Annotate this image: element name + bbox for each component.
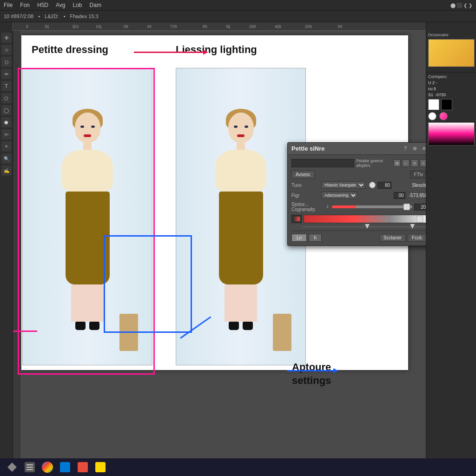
- dialog-body: Petake gverce afopbrs ⊞ − ≡ + Avsesc FTl…: [288, 155, 426, 245]
- dialog-icon-minus[interactable]: −: [402, 159, 410, 167]
- menu-dam[interactable]: Dam: [90, 2, 101, 8]
- dialog-footer-tab-btns: Ln h: [291, 234, 322, 242]
- figure-head-left: [75, 112, 100, 143]
- annotation-petite: Petitte dressing: [32, 44, 108, 56]
- taskbar-stack[interactable]: [75, 460, 90, 475]
- rect-tool[interactable]: ◻: [1, 57, 12, 67]
- tooloption-2: L&2D:: [45, 13, 59, 19]
- menu-file[interactable]: File: [4, 2, 13, 8]
- dialog-icon-plus[interactable]: +: [420, 159, 426, 167]
- swatch-black[interactable]: [441, 99, 452, 110]
- aptoure-annotation: Aptoure settings: [292, 361, 331, 387]
- dialog-help-btn[interactable]: ?: [402, 145, 409, 152]
- dialog-icon-bar[interactable]: ≡: [411, 159, 418, 167]
- color-circles: [428, 112, 474, 120]
- left-image-panel: [22, 68, 152, 365]
- taskbar-chrome[interactable]: [40, 460, 55, 475]
- dialog-row1: Tuvo Hlassic Seargate Slescbf: [291, 181, 426, 189]
- panel-s1-value: -0720: [435, 93, 446, 97]
- dialog-slider-input[interactable]: [414, 204, 426, 211]
- menu-lob[interactable]: Lob: [73, 2, 82, 8]
- canvas-area: Petitte dressing Liessing lighting: [13, 31, 426, 458]
- dialog-title: Pettle siNre: [291, 145, 325, 152]
- panel-top-label: Dcssscaior: [428, 33, 449, 37]
- toolbar-left: ✣ ⊹ ◻ ✏ T ⬡ ◯ ⬟ ✄ ⌖ 🔍 ✍: [0, 31, 13, 458]
- menu-avg[interactable]: Avg: [56, 2, 65, 8]
- dialog-controls: ? ⚙ ✕: [402, 145, 426, 152]
- stool-bg-left: [119, 314, 138, 351]
- dialog-slider-label: Spstur... Cogramalty: [291, 202, 324, 212]
- tooloption-3: •: [64, 13, 66, 19]
- tooloptions-bar: 10 #897/2:08 • L&2D: • Fhadex 15:3: [0, 10, 476, 22]
- selection-tool[interactable]: ✣: [1, 33, 12, 43]
- right-image-panel: [176, 68, 306, 365]
- figure-top-left: [62, 150, 113, 192]
- dialog-scctaner-btn[interactable]: Scctaner: [379, 234, 406, 242]
- polygon-tool[interactable]: ⬟: [1, 117, 12, 127]
- annotation-liessing: Liessing lighting: [176, 44, 257, 56]
- panel-thumbnail: [428, 39, 475, 67]
- taskbar-diamond[interactable]: [5, 460, 20, 475]
- dialog-row1-select[interactable]: Hlassic Seargate: [321, 181, 365, 189]
- circle-white[interactable]: [428, 112, 436, 120]
- woman-figure-right: [176, 68, 305, 365]
- gradient-bar: [428, 122, 475, 145]
- shape-tool[interactable]: ⬡: [1, 93, 12, 103]
- dialog-row2-input1[interactable]: [394, 192, 405, 199]
- zoom-tool[interactable]: 🔍: [1, 153, 12, 164]
- dialog-fcck-btn[interactable]: Fcck:: [408, 234, 426, 242]
- move-tool[interactable]: ⊹: [1, 45, 12, 55]
- panel-row-val1: cu.5: [428, 86, 474, 91]
- taskbar: [0, 458, 476, 476]
- dialog-row1-value: Slescbf: [412, 183, 426, 188]
- dialog-settings-btn[interactable]: ⚙: [411, 145, 418, 152]
- panel-top-section: Dcssscaior: [426, 31, 476, 73]
- panel-u2-value: U 2 -: [428, 80, 437, 85]
- swatch-white[interactable]: [428, 99, 439, 110]
- dialog-tab2[interactable]: FTlv: [410, 171, 426, 178]
- taskbar-tasks[interactable]: [22, 460, 37, 475]
- tooloption-1: •: [38, 13, 40, 19]
- brush-tool[interactable]: ✍: [1, 165, 12, 176]
- dialog-close-btn[interactable]: ✕: [421, 145, 426, 152]
- figure-top-right: [215, 150, 266, 192]
- menu-h5d[interactable]: H5D: [37, 2, 48, 8]
- ruler-horizontal: 0 5ij ij51 15j 06 45 725 85 9ij 265 4ij5…: [13, 22, 426, 31]
- text-tool[interactable]: T: [1, 81, 12, 91]
- ellipse-tool[interactable]: ◯: [1, 105, 12, 115]
- dialog-desc-row: Petake gverce afopbrs ⊞ − ≡ +: [291, 159, 426, 168]
- dialog-action-btns: Scctaner Fcck:: [379, 234, 426, 242]
- panel-mid-section: Cormperc: U 2 - cu.5 S1 -0720: [426, 73, 476, 149]
- dialog-tabs-row: Avsesc FTlv: [291, 171, 426, 178]
- panel-row-s1: S1 -0720: [428, 93, 474, 97]
- dialog-titlebar: Pettle siNre ? ⚙ ✕: [288, 143, 426, 155]
- petite-dialog[interactable]: Pettle siNre ? ⚙ ✕ Petake gverce afopbrs…: [287, 142, 426, 246]
- dialog-icon-grid[interactable]: ⊞: [393, 159, 401, 167]
- dialog-footer: Ln h Scctaner Fcck:: [291, 231, 426, 242]
- figure-head-right: [228, 112, 254, 143]
- dialog-tab1[interactable]: Avsesc: [291, 171, 315, 178]
- tooloption-0: 10 #897/2:08: [4, 13, 33, 19]
- taskbar-folder[interactable]: [93, 460, 108, 475]
- dialog-footer-tab2[interactable]: h: [309, 234, 322, 242]
- crop-tool[interactable]: ✄: [1, 129, 12, 139]
- pen-tool[interactable]: ✏: [1, 69, 12, 79]
- dialog-row1-label: Tuvo: [291, 183, 319, 188]
- dialog-row1-input[interactable]: [377, 182, 391, 189]
- color-swatches: [428, 99, 474, 110]
- dialog-desc-input[interactable]: [291, 159, 354, 167]
- panel-s1-label: S1: [428, 93, 433, 97]
- main-layout: ✣ ⊹ ◻ ✏ T ⬡ ◯ ⬟ ✄ ⌖ 🔍 ✍ Petitte dressing…: [0, 31, 476, 458]
- dialog-row2-select[interactable]: Adezssaning: [321, 192, 357, 199]
- eyedropper-tool[interactable]: ⌖: [1, 141, 12, 152]
- dialog-row2: Figr Adezssaning -573.858: [291, 192, 426, 199]
- panel-section-title: Cormperc:: [428, 74, 474, 79]
- taskbar-word[interactable]: [58, 460, 73, 475]
- panel-right: Dcssscaior Cormperc: U 2 - cu.5 S1 -0720: [426, 31, 476, 458]
- dialog-slider-track[interactable]: [332, 205, 412, 208]
- circle-pink[interactable]: [439, 112, 448, 120]
- menu-fon[interactable]: Fon: [20, 2, 30, 8]
- dialog-slider-row: Spstur... Cogramalty -l: [291, 202, 426, 212]
- panel-val1: cu.5: [428, 86, 436, 91]
- dialog-footer-tab1[interactable]: Ln: [291, 234, 307, 242]
